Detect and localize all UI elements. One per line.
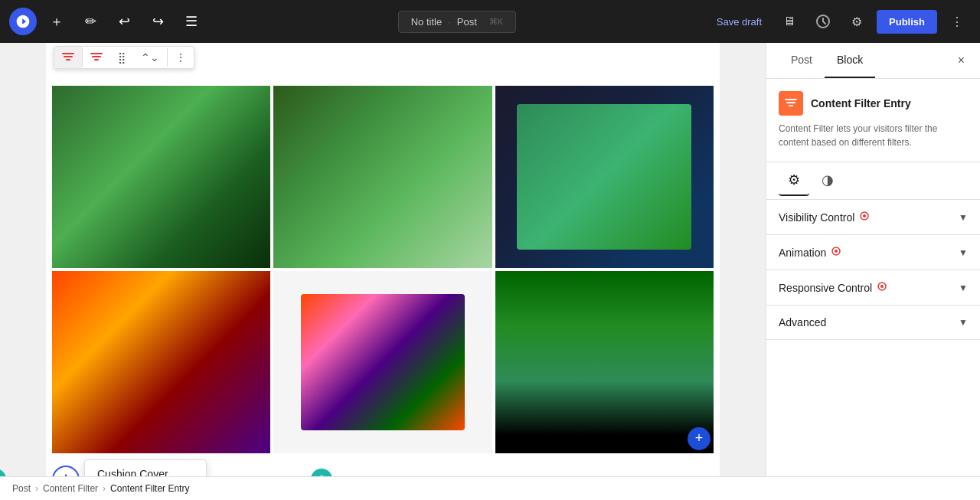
arrows-button[interactable]: ⌃⌄ (133, 47, 167, 68)
annotation-circle-1: 1 (0, 469, 6, 476)
device-preview-button[interactable]: 🖥 (776, 8, 803, 35)
redo-button[interactable]: ↪ (144, 8, 172, 35)
breadcrumb-content-filter[interactable]: Content Filter (43, 483, 98, 494)
block-icon (779, 91, 803, 116)
block-desc: Content Filter lets your visitors filter… (779, 122, 968, 149)
visibility-chevron: ▼ (959, 212, 968, 223)
toolbar-center: No title · Post ⌘K (211, 11, 703, 33)
breadcrumb-post[interactable]: Post (12, 483, 31, 494)
grid-image-5 (273, 271, 492, 453)
accordion-animation-header[interactable]: Animation ▼ (766, 235, 980, 270)
save-draft-button[interactable]: Save draft (709, 11, 769, 32)
arrow-left-2: ← (291, 469, 308, 476)
tab-block[interactable]: Block (825, 43, 875, 78)
tab-post[interactable]: Post (779, 43, 825, 78)
sidebar-toggle-button[interactable]: ⚙ (843, 8, 871, 35)
more-options-button[interactable]: ⋮ (943, 8, 971, 35)
responsive-icon (877, 281, 887, 294)
block-toolbar: ⣿ ⌃⌄ ⋮ (54, 46, 194, 69)
accordion-visibility: Visibility Control ▼ (766, 200, 980, 235)
block-name-label: Content Filter Entry (811, 97, 911, 109)
accordion-responsive: Responsive Control ▼ (766, 270, 980, 306)
settings-icon-tab[interactable]: ⚙ (779, 165, 809, 196)
add-block-toolbar-button[interactable]: ＋ (43, 8, 70, 35)
accordion-advanced-header[interactable]: Advanced ▼ (766, 306, 980, 339)
arrow-right-1: → (9, 469, 26, 476)
animation-chevron: ▼ (959, 247, 968, 258)
breadcrumb-current: Content Filter Entry (110, 483, 189, 494)
sidebar-icon-tabs: ⚙ ◑ (766, 162, 980, 200)
accordion-visibility-header[interactable]: Visibility Control ▼ (766, 200, 980, 234)
image-grid: + (52, 86, 714, 453)
animation-label: Animation (779, 247, 826, 259)
grid-image-4 (52, 271, 270, 453)
sidebar-header: Post Block × (766, 43, 980, 79)
add-block-row: 1 → + Cushion Cover Sofa Cover Bedsheet … (46, 459, 720, 476)
contrast-icon-tab[interactable]: ◑ (812, 165, 843, 196)
svg-point-2 (863, 214, 866, 217)
dropdown-menu: Cushion Cover Sofa Cover Bedsheet (84, 459, 207, 476)
arras-icon-button[interactable] (809, 8, 837, 35)
annotation-2: ← 2 (291, 469, 332, 476)
advanced-chevron: ▼ (959, 317, 968, 328)
svg-point-6 (880, 285, 884, 288)
block-info-header: Content Filter Entry (779, 91, 968, 116)
list-view-button[interactable]: ☰ (178, 8, 205, 35)
toolbar-right: Save draft 🖥 ⚙ Publish ⋮ (709, 8, 971, 35)
annotation-1: 1 → (0, 469, 26, 476)
responsive-label: Responsive Control (779, 282, 872, 294)
breadcrumb: Post › Content Filter › Content Filter E… (0, 476, 980, 500)
animation-icon (831, 246, 841, 259)
toolbar: ＋ ✏ ↩ ↪ ☰ No title · Post ⌘K Save draft … (0, 0, 980, 43)
add-to-grid-button[interactable]: + (688, 427, 710, 450)
editor-content: ⣿ ⌃⌄ ⋮ (46, 43, 720, 476)
grid-image-3 (495, 86, 714, 268)
accordion-advanced: Advanced ▼ (766, 306, 980, 340)
sidebar-close-button[interactable]: × (955, 51, 968, 70)
post-type: Post (457, 16, 477, 28)
editor-area: ⣿ ⌃⌄ ⋮ (0, 43, 766, 476)
grid-move-button[interactable]: ⣿ (110, 47, 133, 68)
add-block-circle-button[interactable]: + (52, 466, 80, 476)
grid-image-1 (52, 86, 270, 268)
more-block-options[interactable]: ⋮ (168, 47, 194, 68)
right-sidebar: Post Block × Content Filter Entry Conten… (766, 43, 980, 476)
grid-image-6: + (495, 271, 714, 453)
grid-image-2 (273, 86, 492, 268)
advanced-label: Advanced (779, 316, 826, 328)
accordion-responsive-header[interactable]: Responsive Control ▼ (766, 270, 980, 305)
publish-button[interactable]: Publish (877, 10, 937, 34)
annotation-circle-2: 2 (311, 469, 332, 476)
main-layout: ⣿ ⌃⌄ ⋮ (0, 43, 980, 476)
dropdown-item-cushion[interactable]: Cushion Cover (85, 460, 206, 476)
sidebar-block-info: Content Filter Entry Content Filter lets… (766, 79, 980, 162)
visibility-icon (859, 211, 870, 224)
svg-point-4 (835, 250, 838, 253)
edit-button[interactable]: ✏ (77, 8, 104, 35)
filter-icon-button[interactable] (54, 47, 82, 68)
post-title: No title (411, 16, 442, 28)
undo-button[interactable]: ↩ (110, 8, 138, 35)
responsive-chevron: ▼ (959, 283, 968, 293)
filter-icon2-button[interactable] (83, 47, 110, 68)
post-title-bar[interactable]: No title · Post ⌘K (398, 11, 516, 33)
visibility-label: Visibility Control (779, 211, 854, 224)
accordion-animation: Animation ▼ (766, 235, 980, 270)
image-grid-wrapper: + (46, 80, 720, 453)
wp-logo[interactable] (9, 8, 37, 35)
